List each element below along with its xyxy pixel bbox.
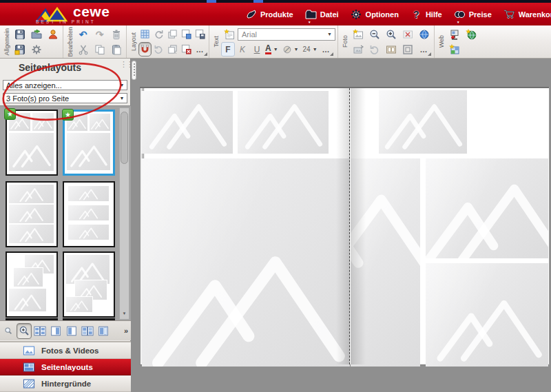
grid-button[interactable] <box>138 27 152 41</box>
rotate-photo-button[interactable] <box>366 42 382 56</box>
layout-delete-button[interactable] <box>180 42 193 56</box>
toolbar-group-web: Web <box>435 25 481 58</box>
add-textframe-button[interactable] <box>221 27 237 41</box>
photo-web-button[interactable] <box>416 27 432 41</box>
layout-category-select[interactable]: Alles anzeigen... ▼ <box>3 80 127 90</box>
photo-slot-left-top-1[interactable] <box>142 91 233 154</box>
delete-button[interactable] <box>108 27 124 41</box>
font-family-select[interactable]: Arial ▼ <box>238 28 335 41</box>
filter-split-page-button[interactable] <box>96 323 111 339</box>
photo-slot-left-top-2[interactable] <box>238 91 329 154</box>
user-profile-button[interactable] <box>45 27 61 41</box>
web-gallery-button[interactable] <box>446 42 462 56</box>
scrollbar-down-arrow[interactable]: ▼ <box>121 309 128 318</box>
settings-button[interactable] <box>28 42 44 56</box>
text-fill-button[interactable]: ▼ <box>282 43 302 56</box>
bold-button[interactable]: F <box>221 42 235 56</box>
photo-frame-button[interactable] <box>399 42 415 56</box>
menu-hilfe[interactable]: ? Hilfe <box>410 8 442 20</box>
scrollbar-thumb[interactable] <box>121 112 128 164</box>
panel-splitter-handle[interactable] <box>132 61 136 80</box>
spine-shadow <box>336 88 350 364</box>
small-thumbnails-button[interactable] <box>1 323 16 339</box>
layout-more-button[interactable]: … <box>194 42 207 56</box>
sidebar-panel: Seitenlayouts ⋮⋮ Alles anzeigen... ▼ 3 F… <box>0 59 131 392</box>
cut-button[interactable] <box>75 42 91 56</box>
photos-per-page-select[interactable]: 3 Foto(s) pro Seite ▼ <box>3 93 127 103</box>
web-globe-button[interactable] <box>463 27 479 41</box>
photo-more-button[interactable]: … <box>416 42 432 56</box>
web-publish-button[interactable] <box>446 27 462 41</box>
thumbnail-scrollbar[interactable]: ▼ <box>119 107 129 320</box>
crop-photo-button[interactable] <box>350 42 366 56</box>
photo-slot-right-top[interactable] <box>379 90 467 154</box>
rotate-cw-icon <box>369 44 380 55</box>
sidebar-item-label: Seitenlayouts <box>41 363 93 371</box>
backgrounds-icon <box>23 379 35 389</box>
menu-warenkorb[interactable]: Warenkorb <box>503 8 551 20</box>
large-thumbnails-button[interactable] <box>17 323 32 339</box>
paste-button[interactable] <box>108 42 124 56</box>
photo-slot-right-upper[interactable] <box>426 158 548 258</box>
copy-button[interactable] <box>92 42 107 56</box>
save-as-button[interactable] <box>12 42 28 56</box>
font-color-button[interactable]: A ▼ <box>264 43 281 56</box>
thumbnail-toolbar: » <box>0 320 131 340</box>
underline-button[interactable]: U <box>250 42 264 56</box>
filter-grid-spread-button[interactable] <box>80 323 95 339</box>
layout-thumbnail[interactable] <box>63 251 115 318</box>
layers-icon <box>167 29 178 39</box>
magnifier-plus-icon <box>19 325 30 336</box>
layout-thumbnail-selected[interactable]: ★ <box>63 110 115 176</box>
layout-thumbnail[interactable]: ★ <box>6 110 58 176</box>
magnet-icon <box>140 44 150 54</box>
layout-save-button[interactable] <box>194 27 207 41</box>
sidebar-item-seitenlayouts[interactable]: Seitenlayouts <box>0 359 131 375</box>
floppy-icon <box>14 29 25 40</box>
photo-split-button[interactable] <box>383 42 399 56</box>
chevron-down-icon: ▼ <box>292 47 301 52</box>
undo-button[interactable]: ↶ <box>75 27 91 41</box>
font-size-select[interactable]: 24 ▼ <box>302 43 320 56</box>
menu-preise[interactable]: ▼ Preise <box>454 8 492 20</box>
more-filters-chevron[interactable]: » <box>124 327 130 335</box>
menu-optionen[interactable]: Optionen <box>351 8 399 20</box>
open-button[interactable] <box>28 27 44 41</box>
group-label: Text <box>213 36 220 48</box>
save-button[interactable] <box>12 27 28 41</box>
photobook-spread[interactable] <box>140 87 549 365</box>
add-photo-button[interactable] <box>350 27 366 41</box>
remove-photo-button[interactable] <box>399 27 415 41</box>
layout-insert-button[interactable] <box>180 27 193 41</box>
page-right-icon <box>50 326 62 336</box>
layouts-icon <box>23 362 35 372</box>
cart-icon <box>503 8 515 20</box>
editor-canvas[interactable] <box>131 59 551 392</box>
zoom-in-photo-button[interactable] <box>383 27 399 41</box>
filter-right-page-button[interactable] <box>48 323 63 339</box>
rotate-right-button[interactable] <box>152 42 165 56</box>
arrange-back-button[interactable] <box>166 42 179 56</box>
filter-left-page-button[interactable] <box>64 323 79 339</box>
menu-produkte[interactable]: Produkte <box>245 8 293 20</box>
photo-slot-right-lower[interactable] <box>426 263 548 367</box>
arrange-front-button[interactable] <box>166 27 179 41</box>
sidebar-item-hintergruende[interactable]: Hintergründe <box>0 375 131 392</box>
text-more-button[interactable]: … <box>321 42 332 56</box>
photo-slot-left-large[interactable] <box>142 158 350 367</box>
snap-magnet-button[interactable] <box>138 42 152 56</box>
layout-thumbnail[interactable] <box>6 181 58 247</box>
menu-datei[interactable]: ▼ Datei <box>305 8 339 20</box>
gear-icon <box>351 8 362 20</box>
rotate-cw-icon <box>154 44 164 54</box>
layout-thumbnail[interactable] <box>63 181 115 247</box>
rotate-left-button[interactable] <box>152 27 165 41</box>
trash-icon <box>111 29 122 40</box>
zoom-out-photo-button[interactable] <box>366 27 382 41</box>
layout-thumbnail[interactable] <box>6 251 58 318</box>
italic-button[interactable]: K <box>236 42 249 56</box>
sidebar-item-fotos-videos[interactable]: Fotos & Videos <box>0 342 131 359</box>
filter-all-spreads-button[interactable] <box>32 323 48 339</box>
redo-button[interactable]: ↷ <box>92 27 107 41</box>
group-label: Foto <box>342 35 349 48</box>
